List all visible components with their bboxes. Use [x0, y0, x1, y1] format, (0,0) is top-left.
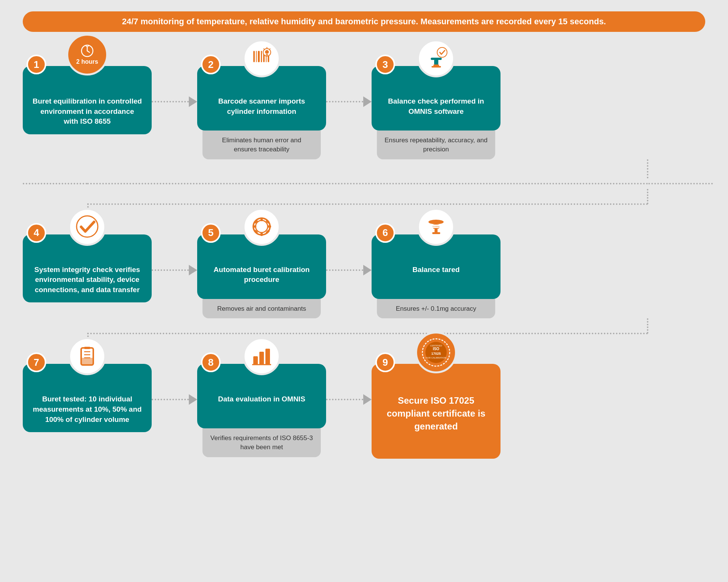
step-3-subtitle: Ensures repeatability, accuracy, and pre… [384, 137, 488, 153]
svg-line-2 [87, 51, 89, 52]
svg-rect-6 [261, 51, 262, 62]
svg-rect-27 [267, 225, 271, 228]
workflow-row-1: 1 2 hours Buret equilibration in control… [23, 51, 713, 159]
step-5-subtitle: Removes air and contaminants [217, 305, 306, 312]
step-9-number: 9 [375, 352, 395, 372]
svg-rect-25 [260, 232, 263, 236]
arrow-2-3 [326, 51, 372, 107]
arrow-1-2 [152, 51, 197, 107]
step-1-wrapper: 1 2 hours Buret equilibration in control… [23, 51, 152, 134]
svg-line-13 [269, 49, 270, 50]
step-9-wrapper: 9 ISO 17025 FOR CALIBRATION CERTIFIED Se… [372, 349, 500, 459]
step-6-sub: Ensures +/- 0.1mg accuracy [377, 299, 496, 319]
step-6-wrapper: 6 0.0000g Balance tared [372, 219, 500, 319]
step-8-icon [243, 337, 281, 375]
step-9-title: Secure ISO 17025 compliant certificate i… [387, 395, 485, 431]
workflow-row-2: 4 System integrity check verifies enviro… [23, 219, 713, 319]
svg-point-21 [77, 216, 98, 237]
svg-text:0.0000g: 0.0000g [432, 225, 439, 228]
step-4-number: 4 [27, 223, 46, 243]
step-3-number: 3 [375, 55, 395, 74]
step-8-number: 8 [201, 352, 221, 372]
step-2-wrapper: 2 [197, 51, 326, 159]
row-connector-1-2 [23, 189, 713, 219]
svg-text:ISO: ISO [433, 347, 439, 351]
svg-rect-17 [431, 66, 441, 68]
svg-rect-19 [434, 60, 438, 64]
step-3-title: Balance check performed in OMNIS softwar… [388, 97, 484, 115]
step-9-card: Secure ISO 17025 compliant certificate i… [372, 364, 500, 459]
svg-rect-24 [260, 217, 263, 221]
step-6-icon: 0.0000g [417, 208, 455, 246]
step-2-sub: Eliminates human error and ensures trace… [202, 131, 321, 159]
svg-point-20 [437, 47, 447, 57]
step-6-title: Balance tared [413, 266, 460, 274]
connector-v-1 [23, 159, 713, 178]
svg-marker-32 [260, 224, 265, 229]
svg-rect-26 [253, 225, 256, 228]
svg-text:FOR CALIBRATION: FOR CALIBRATION [426, 357, 446, 359]
arrow-5-6 [326, 219, 372, 275]
step-4-icon [68, 208, 106, 246]
step-1-icon: 2 hours [66, 34, 108, 76]
step-2-icon [243, 39, 281, 77]
step-5-title: Automated buret calibration procedure [213, 266, 309, 284]
step-8-wrapper: 8 Data evaluation in OMNIS Verifies requ… [197, 349, 326, 457]
step-2-subtitle: Eliminates human error and ensures trace… [222, 137, 301, 153]
step-7-title: Buret tested: 10 individual measurements… [33, 395, 141, 423]
svg-rect-35 [435, 229, 438, 233]
step-8-subtitle: Verifies requirements of ISO 8655-3 have… [210, 434, 313, 451]
step-5-icon [243, 208, 281, 246]
svg-rect-40 [81, 358, 93, 365]
step-2-number: 2 [201, 55, 221, 74]
svg-line-14 [264, 49, 265, 50]
step-1-card: Buret equilibration in controlled enviro… [23, 66, 152, 134]
svg-point-11 [265, 50, 269, 54]
step-3-sub: Ensures repeatability, accuracy, and pre… [377, 131, 496, 159]
step-5-wrapper: 5 [197, 219, 326, 319]
arrow-8-9 [326, 349, 372, 405]
time-badge-label: 2 hours [76, 58, 98, 65]
svg-rect-44 [84, 347, 90, 349]
arrow-7-8 [152, 349, 197, 405]
svg-rect-3 [253, 51, 255, 62]
top-banner: 24/7 monitoring of temperature, relative… [23, 11, 705, 32]
step-4-wrapper: 4 System integrity check verifies enviro… [23, 219, 152, 303]
step-3-icon [417, 39, 455, 77]
svg-rect-18 [431, 58, 442, 60]
svg-rect-46 [259, 352, 264, 365]
step-6-subtitle: Ensures +/- 0.1mg accuracy [396, 305, 476, 312]
svg-rect-45 [253, 356, 258, 365]
svg-rect-4 [256, 51, 257, 62]
step-2-title: Barcode scanner imports cylinder informa… [218, 97, 305, 115]
arrow-4-5 [152, 219, 197, 275]
row-connector-2-3 [23, 318, 713, 349]
step-7-number: 7 [27, 352, 46, 372]
step-7-icon [68, 337, 106, 375]
workflow-container: 1 2 hours Buret equilibration in control… [23, 51, 705, 459]
step-9-icon: ISO 17025 FOR CALIBRATION CERTIFIED [415, 332, 457, 373]
connector-h-top-bot [23, 178, 713, 189]
step-7-wrapper: 7 Buret tested: 10 individual measuremen… [23, 349, 152, 432]
step-8-sub: Verifies requirements of ISO 8655-3 have… [202, 428, 321, 457]
svg-rect-47 [265, 349, 270, 365]
step-1-number: 1 [27, 55, 46, 74]
step-5-number: 5 [201, 223, 221, 243]
banner-text: 24/7 monitoring of temperature, relative… [122, 17, 606, 26]
svg-rect-15 [266, 54, 268, 55]
workflow-row-3: 7 Buret tested: 10 individual measuremen… [23, 349, 713, 459]
svg-rect-36 [432, 232, 440, 234]
step-4-title: System integrity check verifies environm… [35, 266, 140, 294]
svg-text:17025: 17025 [431, 352, 441, 355]
step-3-wrapper: 3 Balance check performed in OMNIS softw… [372, 51, 500, 159]
step-5-sub: Removes air and contaminants [202, 299, 321, 319]
step-8-title: Data evaluation in OMNIS [218, 395, 305, 403]
svg-text:CERTIFIED: CERTIFIED [430, 344, 442, 347]
svg-point-33 [428, 220, 444, 224]
step-1-title: Buret equilibration in controlled enviro… [33, 97, 142, 125]
step-6-number: 6 [375, 223, 395, 243]
svg-rect-5 [258, 51, 260, 62]
